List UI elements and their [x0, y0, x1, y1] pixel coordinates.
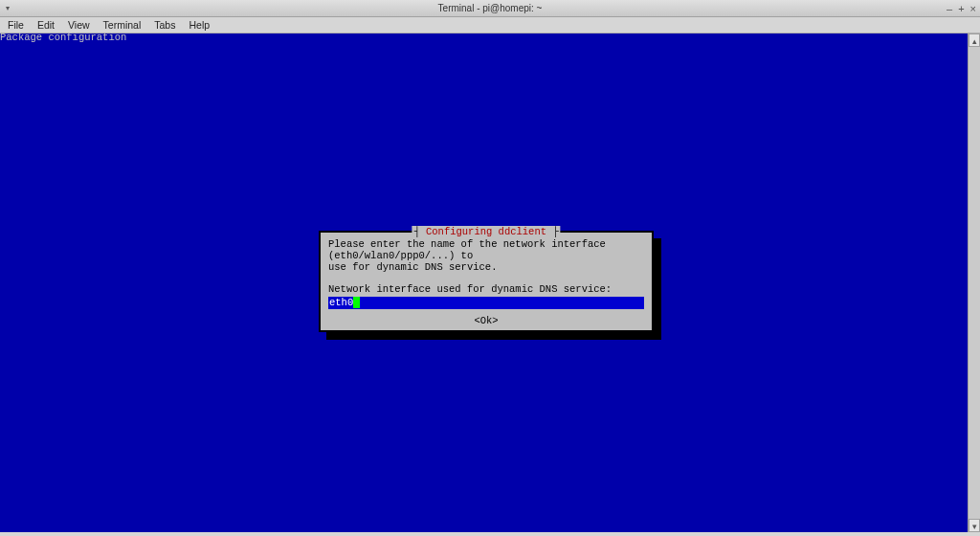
- terminal-view[interactable]: Package configuration Configuring ddclie…: [0, 34, 980, 532]
- window-controls: – + ×: [947, 3, 976, 14]
- window-title-bar: ▾ Terminal - pi@homepi: ~ – + ×: [0, 0, 980, 17]
- scroll-up-button[interactable]: ▴: [969, 34, 980, 47]
- menu-view[interactable]: View: [68, 19, 90, 31]
- dialog-title: Configuring ddclient: [412, 226, 560, 237]
- input-value: eth0: [329, 297, 353, 308]
- minimize-button[interactable]: –: [947, 3, 952, 14]
- scrollbar-track[interactable]: [969, 47, 980, 519]
- vertical-scrollbar[interactable]: ▴ ▾: [968, 34, 980, 532]
- menu-tabs[interactable]: Tabs: [154, 19, 175, 31]
- dialog-description-line1: Please enter the name of the network int…: [328, 238, 644, 261]
- ok-button[interactable]: <Ok>: [328, 315, 644, 326]
- dialog-box: Configuring ddclient Please enter the na…: [319, 231, 654, 332]
- menu-terminal[interactable]: Terminal: [103, 19, 142, 31]
- maximize-button[interactable]: +: [958, 3, 964, 14]
- text-cursor: [353, 297, 360, 308]
- menu-edit[interactable]: Edit: [37, 19, 55, 31]
- menu-file[interactable]: File: [8, 19, 24, 31]
- package-configuration-header: Package configuration: [0, 32, 126, 43]
- menu-help[interactable]: Help: [189, 19, 210, 31]
- window-title: Terminal - pi@homepi: ~: [0, 3, 980, 13]
- dialog-description-line2: use for dynamic DNS service.: [328, 261, 644, 273]
- scroll-down-button[interactable]: ▾: [969, 519, 980, 532]
- app-menu-icon[interactable]: ▾: [0, 4, 15, 12]
- menu-bar: File Edit View Terminal Tabs Help: [0, 17, 980, 34]
- network-interface-input[interactable]: eth0: [328, 297, 644, 309]
- close-button[interactable]: ×: [970, 3, 976, 14]
- dialog-prompt: Network interface used for dynamic DNS s…: [328, 283, 644, 295]
- config-dialog: Configuring ddclient Please enter the na…: [319, 231, 654, 332]
